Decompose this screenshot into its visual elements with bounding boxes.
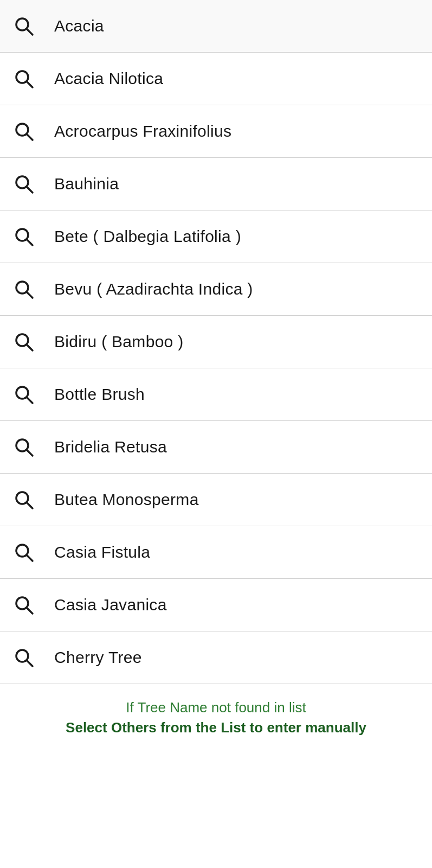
search-icon [13,384,35,405]
list-item[interactable]: Acacia Nilotica [0,53,432,105]
footer-line2: Select Others from the List to enter man… [13,719,419,736]
item-label: Butea Monosperma [54,490,199,509]
list-item[interactable]: Butea Monosperma [0,474,432,526]
list-item[interactable]: Bevu ( Azadirachta Indica ) [0,263,432,316]
search-icon [13,120,35,142]
footer-line1: If Tree Name not found in list [13,699,419,716]
search-icon [13,436,35,458]
svg-line-17 [27,450,33,456]
svg-line-7 [27,187,33,193]
item-label: Acacia Nilotica [54,69,163,88]
tree-list: Acacia Acacia Nilotica Acrocarpus Fraxin… [0,0,432,684]
search-icon [13,68,35,90]
item-label: Cherry Tree [54,648,142,667]
svg-line-25 [27,661,33,667]
search-icon [13,278,35,300]
list-item[interactable]: Cherry Tree [0,631,432,684]
search-icon [13,647,35,668]
list-item[interactable]: Bidiru ( Bamboo ) [0,316,432,368]
svg-line-19 [27,503,33,509]
svg-line-1 [27,29,33,35]
item-label: Bidiru ( Bamboo ) [54,333,184,351]
item-label: Bevu ( Azadirachta Indica ) [54,280,253,298]
svg-line-13 [27,345,33,351]
svg-line-5 [27,135,33,141]
item-label: Casia Javanica [54,596,167,614]
svg-line-21 [27,556,33,561]
svg-line-15 [27,398,33,404]
list-item[interactable]: Bridelia Retusa [0,421,432,474]
search-icon [13,173,35,195]
list-item[interactable]: Bottle Brush [0,368,432,421]
item-label: Acacia [54,17,104,35]
search-icon [13,489,35,510]
list-item[interactable]: Acrocarpus Fraxinifolius [0,105,432,158]
svg-line-23 [27,608,33,614]
svg-line-3 [27,82,33,88]
item-label: Casia Fistula [54,543,150,561]
list-item[interactable]: Bauhinia [0,158,432,210]
footer-note: If Tree Name not found in list Select Ot… [0,684,432,747]
svg-line-9 [27,240,33,246]
item-label: Bete ( Dalbegia Latifolia ) [54,227,241,246]
item-label: Acrocarpus Fraxinifolius [54,122,231,141]
item-label: Bottle Brush [54,385,145,404]
item-label: Bauhinia [54,175,119,193]
search-icon [13,331,35,353]
search-icon [13,541,35,563]
svg-line-11 [27,292,33,298]
item-label: Bridelia Retusa [54,438,167,456]
list-item[interactable]: Acacia [0,0,432,53]
list-item[interactable]: Casia Fistula [0,526,432,579]
search-icon [13,594,35,616]
search-icon [13,226,35,247]
search-icon [13,15,35,37]
list-item[interactable]: Bete ( Dalbegia Latifolia ) [0,210,432,263]
list-item[interactable]: Casia Javanica [0,579,432,631]
